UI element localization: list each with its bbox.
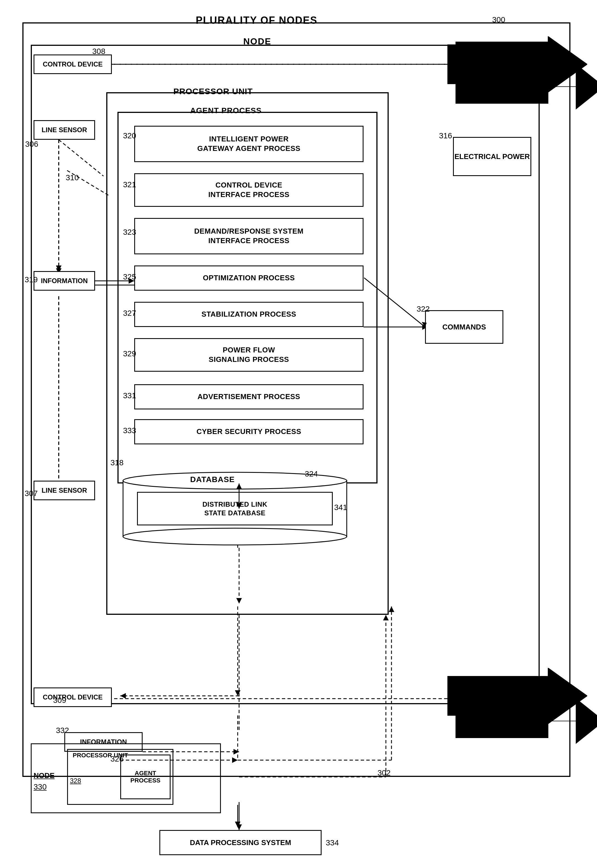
cyber-security-process: CYBER SECURITY PROCESS (134, 419, 364, 444)
ref-331: 331 (123, 391, 136, 400)
intelligent-power-process: INTELLIGENT POWER GATEWAY AGENT PROCESS (134, 126, 364, 162)
svg-marker-35 (447, 668, 587, 724)
ref-308: 308 (92, 47, 105, 56)
ref-324: 324 (305, 470, 318, 478)
processor-unit-title: PROCESSOR UNIT (173, 87, 253, 96)
svg-marker-27 (235, 822, 241, 827)
agent-title: AGENT PROCESS (190, 106, 262, 115)
optimization-process: OPTIMIZATION PROCESS (134, 265, 364, 290)
ref-322: 322 (417, 305, 430, 314)
ref-310: 310 (66, 173, 79, 182)
ref-330: 330 (34, 782, 47, 791)
control-device-bottom: CONTROL DEVICE (34, 687, 112, 707)
ref-302: 302 (377, 769, 391, 778)
power-flow-process: POWER FLOW SIGNALING PROCESS (134, 338, 364, 372)
commands-box: COMMANDS (425, 310, 503, 344)
ref-323: 323 (123, 228, 136, 237)
ref-321: 321 (123, 180, 136, 189)
ref-320: 320 (123, 131, 136, 140)
ref-326: 326 (110, 754, 123, 763)
svg-marker-36 (447, 36, 587, 92)
ref-325: 325 (123, 273, 136, 281)
ref-319: 319 (25, 275, 38, 284)
ref-328: 328 (70, 777, 81, 785)
demand-response-process: DEMAND/RESPONSE SYSTEM INTERFACE PROCESS (134, 218, 364, 254)
information-top: INFORMATION (34, 271, 95, 290)
control-device-interface-process: CONTROL DEVICE INTERFACE PROCESS (134, 173, 364, 207)
plurality-title: PLURALITY OF NODES (196, 15, 317, 26)
distributed-link-db: DISTRIBUTED LINK STATE DATABASE (137, 492, 333, 525)
ref-334: 334 (326, 838, 339, 847)
ref-307: 307 (25, 489, 38, 498)
stabilization-process: STABILIZATION PROCESS (134, 302, 364, 327)
ref-327: 327 (123, 309, 136, 318)
svg-marker-60 (236, 824, 242, 830)
svg-point-34 (123, 528, 347, 545)
node-bottom-label: NODE (34, 771, 55, 780)
electrical-power: ELECTRICAL POWER (453, 137, 531, 176)
line-sensor-top: LINE SENSOR (34, 120, 95, 140)
ref-329: 329 (123, 349, 136, 358)
power-line-bottom-arrow (447, 668, 587, 741)
data-processing-system: DATA PROCESSING SYSTEM (159, 830, 322, 855)
ref-341: 341 (334, 503, 347, 512)
line-sensor-bottom: LINE SENSOR (34, 481, 95, 500)
advertisement-process: ADVERTISEMENT PROCESS (134, 384, 364, 409)
ref-306: 306 (25, 140, 38, 149)
power-line-top-arrow (447, 36, 587, 109)
control-device-top: CONTROL DEVICE (34, 55, 112, 74)
ref-333: 333 (123, 426, 136, 435)
ref-332: 332 (56, 726, 69, 735)
diagram-container: 300 PLURALITY OF NODES NODE POWER LINE 3… (0, 0, 597, 868)
ref-318: 318 (110, 458, 123, 467)
agent-process-bottom: AGENT PROCESS (120, 754, 171, 799)
ref-309: 309 (53, 696, 66, 705)
database-label: DATABASE (190, 475, 235, 484)
ref-316: 316 (439, 131, 452, 140)
